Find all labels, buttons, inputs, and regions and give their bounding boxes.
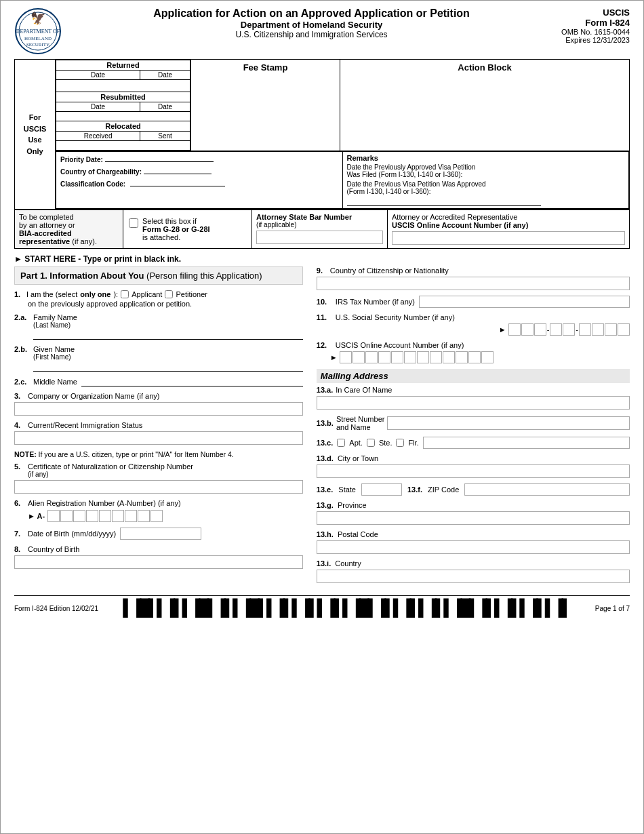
q3-input[interactable] xyxy=(14,402,303,416)
g28-checkbox[interactable] xyxy=(129,218,138,228)
q13c-input[interactable] xyxy=(423,437,630,449)
q2b-label: Given Name (First Name) xyxy=(33,345,303,361)
mailing-heading: Mailing Address xyxy=(317,369,630,383)
acct-5[interactable] xyxy=(391,351,403,363)
q5-input[interactable] xyxy=(14,480,303,494)
q8-input[interactable] xyxy=(14,555,303,569)
acct-1[interactable] xyxy=(340,351,352,363)
q5-group: 5. Certificate of Naturalization or Citi… xyxy=(14,462,303,494)
alien-seg-5[interactable] xyxy=(99,510,111,522)
apt-checkbox[interactable] xyxy=(337,439,345,447)
alien-seg-2[interactable] xyxy=(60,510,73,522)
q13g-input[interactable] xyxy=(317,511,630,525)
q13f-input[interactable] xyxy=(464,483,630,496)
attorney-bar-cell: Attorney State Bar Number (if applicable… xyxy=(252,210,388,249)
admin-table: ForUSCISUseOnly Returned Date Date xyxy=(14,59,630,210)
q13b-label: 13.b. xyxy=(317,419,334,427)
alien-seg-1[interactable] xyxy=(47,510,60,522)
q8-num: 8. xyxy=(14,545,24,553)
acct-6[interactable] xyxy=(404,351,416,363)
date-label-2: Date xyxy=(140,71,190,80)
applicant-label: Applicant xyxy=(132,290,162,298)
q12-arrow: ► xyxy=(330,353,338,361)
flr-checkbox[interactable] xyxy=(396,439,404,447)
rep-label: Attorney or Accredited Representative xyxy=(392,213,625,221)
q2a-label: Family Name (Last Name) xyxy=(33,313,303,329)
q4-input[interactable] xyxy=(14,431,303,445)
q10-input[interactable] xyxy=(419,296,630,308)
ste-checkbox[interactable] xyxy=(367,439,375,447)
alien-seg-7[interactable] xyxy=(125,510,137,522)
acct-2[interactable] xyxy=(353,351,365,363)
alien-seg-4[interactable] xyxy=(86,510,98,522)
q10-group: 10. IRS Tax Number (if any) xyxy=(317,296,630,308)
rep-account-input[interactable] xyxy=(392,231,625,245)
ssn-2[interactable] xyxy=(521,323,534,336)
flr-label: Flr. xyxy=(408,439,418,447)
priority-left: Priority Date: Country of Chargeability:… xyxy=(56,152,343,209)
bar-sub: (if applicable) xyxy=(256,221,383,229)
ssn-8[interactable] xyxy=(605,323,617,336)
attorney-complete-label: To be completedby an attorney orBIA-accr… xyxy=(19,213,75,245)
acct-12[interactable] xyxy=(481,351,494,363)
applicant-checkbox[interactable] xyxy=(121,290,129,298)
form-info: Form I-824 Edition 12/02/21 xyxy=(14,605,98,612)
ssn-5[interactable] xyxy=(563,323,575,336)
alien-seg-6[interactable] xyxy=(112,510,124,522)
q2c-group: 2.c. Middle Name xyxy=(14,377,303,386)
acct-7[interactable] xyxy=(417,351,429,363)
acct-11[interactable] xyxy=(468,351,481,363)
priority-date-label: Priority Date: xyxy=(60,156,103,163)
q7-label: Date of Birth (mm/dd/yyyy) xyxy=(28,530,116,538)
relocated-label: Relocated xyxy=(56,121,190,132)
acct-10[interactable] xyxy=(456,351,468,363)
remarks-line3: Date the Previous Visa Petition Was Appr… xyxy=(347,180,625,188)
q13e-input[interactable] xyxy=(361,483,402,496)
q9-input[interactable] xyxy=(317,277,630,290)
petitioner-checkbox[interactable] xyxy=(165,290,173,298)
q13b-input[interactable] xyxy=(387,416,630,430)
q2c-input[interactable] xyxy=(81,377,303,386)
header-right: USCIS Form I-824 OMB No. 1615-0044 Expir… xyxy=(561,7,630,44)
bar-number-input[interactable] xyxy=(256,231,383,244)
ssn-9[interactable] xyxy=(618,323,630,336)
acct-4[interactable] xyxy=(378,351,390,363)
ssn-1[interactable] xyxy=(508,323,521,336)
q13h-input[interactable] xyxy=(317,540,630,554)
q13a-input[interactable] xyxy=(317,396,630,410)
alien-seg-3[interactable] xyxy=(73,510,85,522)
ssn-3[interactable] xyxy=(534,323,546,336)
remarks-line2: Was Filed (Form I-130, I-140 or I-360): xyxy=(347,171,625,178)
alien-seg-8[interactable] xyxy=(138,510,150,522)
acct-3[interactable] xyxy=(365,351,378,363)
acct-8[interactable] xyxy=(430,351,442,363)
form-org: USCIS xyxy=(561,7,630,18)
q2b-input[interactable] xyxy=(33,362,303,372)
acct-9[interactable] xyxy=(443,351,455,363)
barcode: ▌▐█▌▌▐▌▌▐█▌▐▌▌▐█▌▌▐▌▌▐▌▌▐▌▌▐█▌▐▌▌▐▌▌▐▌▌▐… xyxy=(123,599,571,618)
resubmitted-label: Resubmitted xyxy=(56,92,190,102)
ssn-6[interactable] xyxy=(579,323,591,336)
q13h-group: 13.h. Postal Code xyxy=(317,530,630,554)
q11-label: U.S. Social Security Number (if any) xyxy=(336,313,455,321)
q13i-input[interactable] xyxy=(317,570,630,583)
bar-number-label: Attorney State Bar Number xyxy=(256,213,383,221)
classification-code-label: Classification Code: xyxy=(60,180,125,188)
q1-group: 1. I am the (select only one ): Applican… xyxy=(14,290,303,308)
q12-group: 12. USCIS Online Account Number (if any)… xyxy=(317,341,630,363)
q12-label: USCIS Online Account Number (if any) xyxy=(336,341,464,349)
alien-seg-9[interactable] xyxy=(150,510,163,522)
start-here: START HERE - Type or print in black ink. xyxy=(14,254,630,264)
q10-label: IRS Tax Number (if any) xyxy=(336,298,415,306)
q13ef-group: 13.e. State 13.f. ZIP Code xyxy=(317,483,630,496)
q13d-input[interactable] xyxy=(317,464,630,478)
ssn-dash1: - xyxy=(547,323,550,336)
ssn-4[interactable] xyxy=(550,323,562,336)
q13i-group: 13.i. Country xyxy=(317,559,630,583)
country-chargeability-label: Country of Chargeability: xyxy=(60,168,142,176)
ssn-7[interactable] xyxy=(592,323,604,336)
q2a-input[interactable] xyxy=(33,330,303,340)
q7-input[interactable] xyxy=(120,528,201,540)
apt-label: Apt. xyxy=(349,439,363,447)
left-dates-cell: Returned Date Date Resubmitted Date Dat xyxy=(56,60,191,151)
